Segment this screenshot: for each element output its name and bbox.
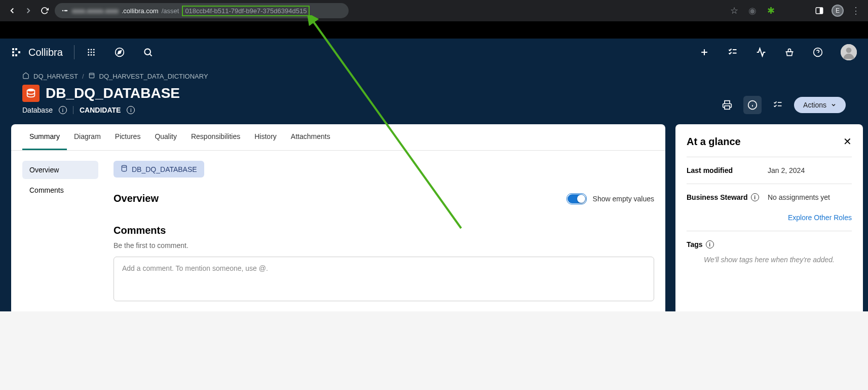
nav-overview[interactable]: Overview <box>22 161 98 179</box>
forward-button[interactable] <box>22 5 34 17</box>
overview-title: Overview <box>114 193 159 204</box>
svg-rect-35 <box>725 106 730 110</box>
svg-rect-6 <box>12 54 14 56</box>
last-modified-value: Jan 2, 2024 <box>768 166 805 174</box>
extension-icon-1[interactable]: ◉ <box>746 5 759 17</box>
basket-icon[interactable] <box>784 47 795 58</box>
breadcrumb-community-icon <box>22 72 29 81</box>
reload-button[interactable] <box>39 5 51 17</box>
tab-history[interactable]: History <box>247 124 284 150</box>
svg-rect-3 <box>820 8 823 14</box>
url-domain-suffix: .collibra.com <box>122 7 159 15</box>
svg-point-0 <box>62 10 64 12</box>
info-icon[interactable]: i <box>751 193 759 201</box>
url-bar[interactable]: xxxx.xxxxx.xxxx .collibra.com /asset 018… <box>55 3 349 18</box>
site-info-icon[interactable] <box>61 7 69 15</box>
compass-icon[interactable] <box>114 47 125 58</box>
main-content: DB_DQ_DATABASE Overview Show empty value… <box>114 161 654 301</box>
header-divider <box>74 45 74 59</box>
show-empty-toggle[interactable] <box>567 193 587 204</box>
tab-responsibilities[interactable]: Responsibilities <box>184 124 247 150</box>
search-icon[interactable] <box>142 47 154 58</box>
chip-label: DB_DQ_DATABASE <box>132 165 197 173</box>
panel-icon[interactable] <box>813 5 825 17</box>
breadcrumb-item-1[interactable]: DQ_HARVEST <box>33 73 78 80</box>
section-nav: Overview Comments <box>22 161 98 301</box>
breadcrumb-item-2[interactable]: DQ_HARVEST_DATA_DICTIONARY <box>99 73 208 80</box>
business-steward-value: No assignments yet <box>768 193 830 201</box>
add-icon[interactable] <box>699 47 710 58</box>
user-avatar[interactable] <box>841 44 857 60</box>
svg-rect-8 <box>15 54 17 56</box>
url-asset-id-highlighted: 018ccb4f-b511-79df-b9e7-375d6394d515 <box>182 6 310 16</box>
content-panel: Summary Diagram Pictures Quality Respons… <box>11 124 665 311</box>
tab-quality[interactable]: Quality <box>147 124 184 150</box>
help-icon[interactable] <box>812 47 823 58</box>
asset-header: DQ_HARVEST / DQ_HARVEST_DATA_DICTIONARY … <box>0 66 868 124</box>
asset-type-icon <box>22 85 40 102</box>
breadcrumb: DQ_HARVEST / DQ_HARVEST_DATA_DICTIONARY <box>22 72 718 81</box>
business-steward-label: Business Steward i <box>687 193 768 201</box>
brand-name: Collibra <box>28 47 63 58</box>
asset-type-label: Database <box>22 106 53 114</box>
svg-point-18 <box>93 54 95 56</box>
apps-grid-icon[interactable] <box>86 47 97 58</box>
chevron-down-icon <box>831 102 837 108</box>
asset-title: DB_DQ_DATABASE <box>46 85 180 101</box>
info-icon[interactable]: i <box>59 106 67 114</box>
star-bookmark-icon[interactable]: ☆ <box>728 5 740 17</box>
comments-title: Comments <box>114 225 654 236</box>
info-icon[interactable]: i <box>127 106 135 114</box>
collibra-logo-icon <box>11 46 23 58</box>
actions-label: Actions <box>803 101 826 109</box>
explore-roles-link[interactable]: Explore Other Roles <box>687 210 852 231</box>
main-layout: Summary Diagram Pictures Quality Respons… <box>0 124 868 311</box>
comment-input[interactable]: Add a comment. To mention someone, use @… <box>114 257 654 301</box>
svg-point-31 <box>846 48 852 53</box>
tab-pictures[interactable]: Pictures <box>108 124 148 150</box>
database-icon <box>121 165 128 173</box>
tab-attachments[interactable]: Attachments <box>284 124 337 150</box>
tab-diagram[interactable]: Diagram <box>67 124 108 150</box>
breadcrumb-separator: / <box>82 73 84 80</box>
svg-rect-5 <box>12 51 14 53</box>
svg-point-12 <box>93 49 95 50</box>
svg-point-17 <box>90 54 92 56</box>
print-icon[interactable] <box>718 96 736 114</box>
svg-rect-32 <box>89 73 94 78</box>
svg-line-22 <box>150 54 152 56</box>
breadcrumb-domain-icon <box>88 72 95 81</box>
svg-point-34 <box>27 89 35 92</box>
svg-point-10 <box>88 49 89 50</box>
tasks-icon[interactable] <box>727 47 738 58</box>
browser-menu-icon[interactable]: ⋮ <box>850 5 862 17</box>
svg-point-21 <box>144 49 150 55</box>
profile-avatar[interactable]: E <box>832 5 844 17</box>
svg-rect-9 <box>18 51 20 53</box>
close-icon[interactable]: ✕ <box>843 135 852 148</box>
page-background <box>0 311 868 390</box>
svg-point-11 <box>90 49 92 50</box>
nav-comments[interactable]: Comments <box>22 181 98 199</box>
back-button[interactable] <box>6 5 18 17</box>
tasks-panel-icon[interactable] <box>769 96 787 114</box>
url-path: /asset <box>162 7 179 15</box>
asset-chip[interactable]: DB_DQ_DATABASE <box>114 161 204 178</box>
browser-tab-strip <box>0 21 868 39</box>
tab-summary[interactable]: Summary <box>22 124 67 150</box>
svg-point-41 <box>122 165 126 167</box>
url-domain-blurred: xxxx.xxxxx.xxxx <box>72 7 119 15</box>
actions-dropdown[interactable]: Actions <box>794 97 846 113</box>
extension-icon-2[interactable]: ✱ <box>765 5 777 17</box>
browser-address-bar: xxxx.xxxxx.xxxx .collibra.com /asset 018… <box>0 0 868 21</box>
svg-marker-20 <box>118 50 121 54</box>
glance-panel: At a glance ✕ Last modified Jan 2, 2024 … <box>675 124 863 311</box>
tab-bar: Summary Diagram Pictures Quality Respons… <box>11 124 665 151</box>
info-icon[interactable]: i <box>706 240 714 249</box>
svg-rect-4 <box>12 48 14 50</box>
svg-point-14 <box>90 52 92 53</box>
last-modified-label: Last modified <box>687 166 768 174</box>
info-panel-toggle[interactable] <box>743 96 762 114</box>
brand-logo[interactable]: Collibra <box>11 46 63 58</box>
activity-icon[interactable] <box>756 47 767 58</box>
